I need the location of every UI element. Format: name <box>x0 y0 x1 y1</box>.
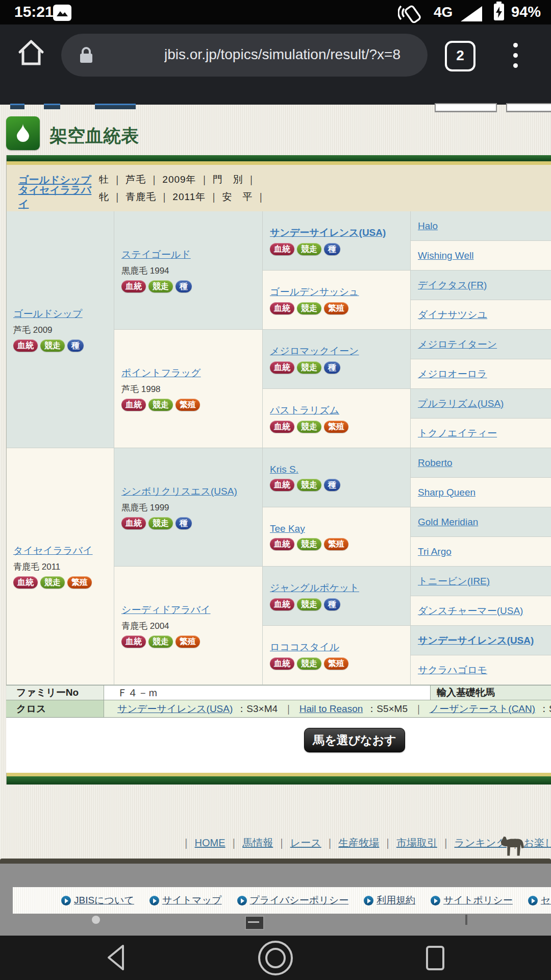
race-badge[interactable]: 競走 <box>40 576 65 589</box>
race-badge[interactable]: 競走 <box>297 302 321 314</box>
stallion-badge[interactable]: 種 <box>324 243 340 255</box>
horse-link[interactable]: ゴールデンサッシュ <box>270 285 410 299</box>
horse-link[interactable]: パストラリズム <box>270 404 410 417</box>
horse-link[interactable]: メジロテイターン <box>418 338 551 351</box>
home-circle-button-icon[interactable] <box>256 939 295 977</box>
footer-link-privacy[interactable]: プライバシーポリシー <box>250 894 349 907</box>
stallion-badge[interactable]: 種 <box>324 479 340 491</box>
blood-badge[interactable]: 血統 <box>121 517 146 529</box>
horse-link[interactable]: メジロマックイーン <box>270 345 410 358</box>
horse-link[interactable]: サンデーサイレンス(USA) <box>270 226 410 239</box>
home-button-icon[interactable] <box>17 38 45 67</box>
blood-badge[interactable]: 血統 <box>270 598 294 610</box>
address-bar[interactable]: jbis.or.jp/topics/simulation/result/?x=8 <box>61 34 428 77</box>
cutoff-select[interactable] <box>506 103 551 112</box>
footer-nav-fun[interactable]: お楽しみ <box>523 836 551 850</box>
race-badge[interactable]: 競走 <box>297 538 321 550</box>
horse-link[interactable]: Sharp Queen <box>418 487 551 498</box>
broodmare-badge[interactable]: 繁殖 <box>67 576 92 589</box>
horse-link[interactable]: ジャングルポケット <box>270 581 410 595</box>
footer-nav-horse-info[interactable]: 馬情報 <box>242 836 273 850</box>
race-badge[interactable]: 競走 <box>297 479 321 491</box>
blood-badge[interactable]: 血統 <box>121 399 146 411</box>
recents-button-icon[interactable] <box>422 943 448 973</box>
footer-nav-farm[interactable]: 生産牧場 <box>338 836 379 850</box>
footer-nav-home[interactable]: HOME <box>195 837 226 849</box>
horse-link[interactable]: トクノエイティー <box>418 427 551 440</box>
back-button-icon[interactable] <box>105 943 127 972</box>
footer-nav-market[interactable]: 市場取引 <box>396 836 437 850</box>
horse-link[interactable]: Tri Argo <box>418 546 551 557</box>
horse-link[interactable]: Wishing Well <box>418 250 551 261</box>
horse-link[interactable]: メジロオーロラ <box>418 368 551 381</box>
blood-badge[interactable]: 血統 <box>121 635 146 648</box>
broodmare-badge[interactable]: 繁殖 <box>324 421 348 433</box>
stallion-badge[interactable]: 種 <box>176 280 192 292</box>
race-badge[interactable]: 競走 <box>148 635 173 648</box>
horse-link[interactable]: Kris S. <box>270 464 410 475</box>
blood-badge[interactable]: 血統 <box>13 339 38 352</box>
horse-link[interactable]: サンデーサイレンス(USA) <box>418 634 551 647</box>
footer-link-sitemap[interactable]: サイトマップ <box>162 894 222 907</box>
footer-link-sitepolicy[interactable]: サイトポリシー <box>443 894 513 907</box>
cross-horse-link[interactable]: Hail to Reason <box>299 703 363 715</box>
race-badge[interactable]: 競走 <box>297 361 321 374</box>
tab-switcher-button[interactable]: 2 <box>445 41 475 71</box>
race-badge[interactable]: 競走 <box>297 598 321 610</box>
horse-link[interactable]: ステイゴールド <box>121 248 262 261</box>
cutoff-select[interactable] <box>435 103 497 112</box>
race-badge[interactable]: 競走 <box>297 657 321 670</box>
stallion-badge[interactable]: 種 <box>176 517 192 529</box>
cross-horse-link[interactable]: サンデーサイレンス(USA) <box>117 702 233 716</box>
footer-nav-race[interactable]: レース <box>290 836 321 850</box>
browser-menu-button[interactable] <box>513 43 518 68</box>
broodmare-badge[interactable]: 繁殖 <box>324 538 348 550</box>
horse-link[interactable]: トニービン(IRE) <box>418 575 551 588</box>
blood-badge[interactable]: 血統 <box>270 361 294 374</box>
horse-link[interactable]: ロココスタイル <box>270 641 410 654</box>
reselect-horse-button[interactable]: 馬を選びなおす <box>304 728 405 752</box>
badge-row: 血統 競走 繁殖 <box>270 538 410 550</box>
horse-link[interactable]: タイセイララバイ <box>13 544 114 557</box>
blood-badge[interactable]: 血統 <box>270 421 294 433</box>
blood-badge[interactable]: 血統 <box>13 576 38 589</box>
horse-link[interactable]: サクラハゴロモ <box>418 664 551 677</box>
footer-link-terms[interactable]: 利用規約 <box>377 894 415 907</box>
footer-link-about[interactable]: JBISについて <box>74 894 134 907</box>
stallion-badge[interactable]: 種 <box>324 361 340 374</box>
horse-link[interactable]: シーディドアラバイ <box>121 603 262 617</box>
blood-badge[interactable]: 血統 <box>270 479 294 491</box>
race-badge[interactable]: 競走 <box>297 243 321 255</box>
horse-link[interactable]: Tee Kay <box>270 523 410 534</box>
horse-link[interactable]: シンボリクリスエス(USA) <box>121 485 262 498</box>
blood-badge[interactable]: 血統 <box>270 243 294 255</box>
race-badge[interactable]: 競走 <box>148 280 173 292</box>
blood-badge[interactable]: 血統 <box>270 302 294 314</box>
blood-badge[interactable]: 血統 <box>121 280 146 292</box>
stallion-badge[interactable]: 種 <box>67 339 84 352</box>
horse-link[interactable]: ダンスチャーマー(USA) <box>418 604 551 618</box>
dam-link[interactable]: タイセイララバイ <box>18 183 99 211</box>
horse-link[interactable]: デイクタス(FR) <box>418 279 551 292</box>
broodmare-badge[interactable]: 繁殖 <box>176 635 200 648</box>
race-badge[interactable]: 競走 <box>148 517 173 529</box>
stallion-badge[interactable]: 種 <box>324 598 340 610</box>
horse-link[interactable]: ゴールドシップ <box>13 307 114 321</box>
horse-link[interactable]: ポイントフラッグ <box>121 366 262 380</box>
blood-badge[interactable]: 血統 <box>270 538 294 550</box>
broodmare-badge[interactable]: 繁殖 <box>176 399 200 411</box>
horse-link[interactable]: Roberto <box>418 457 551 469</box>
cross-horse-link[interactable]: ノーザンテースト(CAN) <box>430 702 535 716</box>
family-no-label: ファミリーNo <box>6 685 104 700</box>
broodmare-badge[interactable]: 繁殖 <box>324 657 348 670</box>
blood-badge[interactable]: 血統 <box>270 657 294 670</box>
footer-link-security[interactable]: セキュリティーポリシー <box>541 894 551 907</box>
horse-link[interactable]: ダイナサツシユ <box>418 308 551 322</box>
broodmare-badge[interactable]: 繁殖 <box>324 302 348 314</box>
race-badge[interactable]: 競走 <box>297 421 321 433</box>
horse-link[interactable]: Gold Meridian <box>418 517 551 528</box>
horse-link[interactable]: プルラリズム(USA) <box>418 397 551 410</box>
horse-link[interactable]: Halo <box>418 220 551 232</box>
race-badge[interactable]: 競走 <box>148 399 173 411</box>
race-badge[interactable]: 競走 <box>40 339 65 352</box>
